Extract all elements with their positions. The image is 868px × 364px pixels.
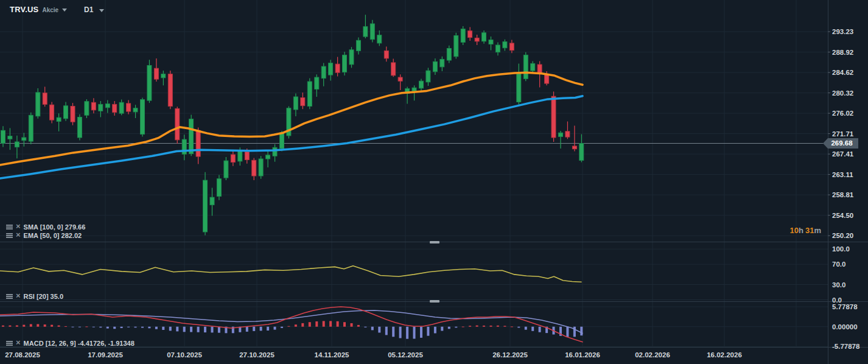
indicator-settings-icon[interactable] xyxy=(6,341,13,346)
macd-histogram-bar xyxy=(58,326,60,327)
candle-body xyxy=(495,45,500,52)
macd-histogram-bar xyxy=(420,327,422,338)
candle-body xyxy=(349,50,354,65)
macd-histogram-bar xyxy=(2,326,4,327)
macd-histogram-bar xyxy=(497,326,499,327)
pane-resize-handle[interactable] xyxy=(430,241,439,243)
macd-histogram-bar xyxy=(329,321,332,326)
candle-body xyxy=(523,55,528,79)
price-axis-label: 293.23 xyxy=(832,28,853,35)
rsi-axis-label: 30.0 xyxy=(832,281,845,289)
price-axis-label: 258.81 xyxy=(832,191,853,198)
candle-body xyxy=(545,74,549,83)
macd-histogram-bar xyxy=(274,327,276,330)
macd-histogram-bar xyxy=(99,327,102,328)
symbol-selector[interactable]: TRV.US Akcie xyxy=(10,5,67,14)
date-axis-label: 27.08.2025 xyxy=(5,351,40,359)
candle-body xyxy=(196,130,200,156)
candle-body xyxy=(161,74,166,78)
sma-label: SMA [100, 0] 279.66 xyxy=(24,223,86,231)
macd-histogram-bar xyxy=(392,327,394,337)
macd-histogram-bar xyxy=(462,327,464,327)
pane-resize-handle[interactable] xyxy=(430,300,439,303)
candle-body xyxy=(189,119,194,154)
macd-histogram-bar xyxy=(246,327,248,332)
instrument-type-label: Akcie xyxy=(42,7,58,13)
candle-body xyxy=(356,40,360,51)
candle-body xyxy=(509,43,514,51)
macd-histogram-bar xyxy=(371,327,374,331)
candle-body xyxy=(217,179,221,197)
indicator-settings-icon[interactable] xyxy=(6,233,13,238)
indicator-remove-icon[interactable]: × xyxy=(16,232,21,238)
macd-histogram-bar xyxy=(121,327,123,328)
candle-body xyxy=(127,103,131,111)
rsi-axis-label: 70.0 xyxy=(832,261,845,268)
candle-body xyxy=(468,31,472,38)
macd-histogram-bar xyxy=(413,327,416,339)
candle-body xyxy=(551,96,556,138)
candle-body xyxy=(572,146,576,149)
macd-histogram-bar xyxy=(357,325,360,327)
candle-body xyxy=(489,40,493,44)
date-axis-label: 16.02.2026 xyxy=(707,351,742,359)
macd-histogram-bar xyxy=(517,327,520,328)
candle-body xyxy=(475,38,479,41)
macd-histogram-bar xyxy=(148,327,150,329)
candle-body xyxy=(99,104,103,111)
macd-histogram-bar xyxy=(295,324,297,327)
macd-histogram-bar xyxy=(16,326,18,327)
ema-label: EMA [50, 0] 282.02 xyxy=(24,232,82,239)
macd-histogram-bar xyxy=(427,327,429,336)
macd-histogram-bar xyxy=(107,327,109,329)
macd-histogram-bar xyxy=(260,327,262,331)
candle-body xyxy=(426,71,430,82)
macd-histogram-bar xyxy=(44,324,46,327)
candle-body xyxy=(273,147,277,156)
candle-body xyxy=(203,180,208,232)
chart-canvas[interactable] xyxy=(0,0,868,364)
macd-histogram-bar xyxy=(573,327,576,337)
macd-histogram-bar xyxy=(539,327,541,332)
macd-histogram-bar xyxy=(141,327,144,328)
candle-body xyxy=(85,102,89,116)
chevron-down-icon xyxy=(62,9,67,12)
macd-histogram-bar xyxy=(531,327,534,331)
candle-body xyxy=(419,81,424,88)
rsi-axis-label: 0.0 xyxy=(832,296,842,304)
candle-body xyxy=(377,35,382,43)
indicator-remove-icon[interactable]: × xyxy=(16,340,21,346)
candle-body xyxy=(412,88,416,91)
candle-body xyxy=(64,106,68,119)
candle-body xyxy=(391,63,396,75)
macd-histogram-bar xyxy=(455,327,457,328)
date-axis-label: 02.02.2026 xyxy=(635,351,670,359)
macd-histogram-bar xyxy=(287,326,290,327)
indicator-remove-icon[interactable]: × xyxy=(16,223,21,229)
date-axis-label: 05.12.2025 xyxy=(388,351,423,359)
macd-histogram-bar xyxy=(93,327,95,327)
macd-histogram-bar xyxy=(503,326,506,326)
candle-body xyxy=(175,108,180,139)
candle-body xyxy=(321,66,326,79)
macd-histogram-bar xyxy=(378,327,380,333)
indicator-settings-icon[interactable] xyxy=(6,225,13,229)
timer-minutes-unit: m xyxy=(814,226,823,235)
candle-body xyxy=(113,104,117,112)
indicator-remove-icon[interactable]: × xyxy=(16,293,21,299)
price-axis-label: 250.20 xyxy=(832,232,853,239)
macd-histogram-bar xyxy=(364,327,366,327)
candle-body xyxy=(579,144,584,161)
macd-histogram-bar xyxy=(190,327,192,332)
indicator-settings-icon[interactable] xyxy=(6,294,13,299)
timer-hours: 10 xyxy=(790,226,799,235)
ema50-line xyxy=(0,72,583,165)
timeframe-selector[interactable]: D1 xyxy=(84,5,104,14)
macd-axis-label: 5.77878 xyxy=(832,303,858,310)
macd-histogram-bar xyxy=(79,327,81,327)
macd-histogram-bar xyxy=(511,326,513,327)
macd-histogram-bar xyxy=(9,326,11,327)
macd-histogram-bar xyxy=(525,327,527,330)
candle-body xyxy=(259,159,263,176)
candle-body xyxy=(293,97,298,110)
